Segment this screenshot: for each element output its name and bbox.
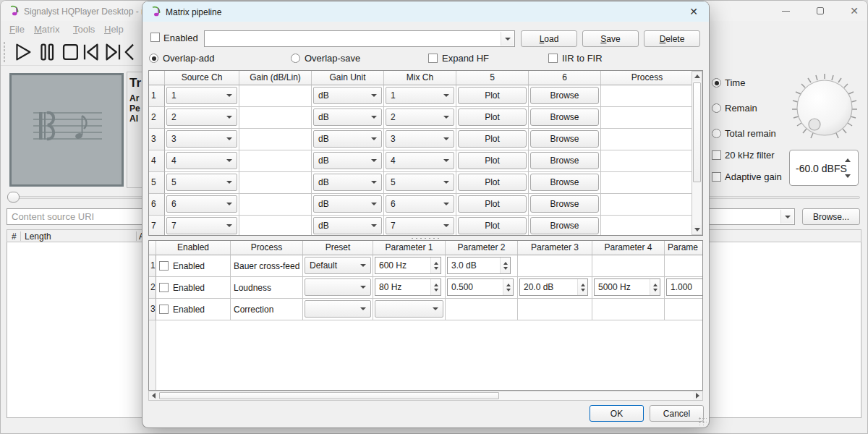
- hscroll-thumb[interactable]: [159, 392, 499, 399]
- param4-cell[interactable]: [592, 255, 665, 277]
- mix-ch-select[interactable]: 7: [386, 217, 454, 234]
- load-button[interactable]: Load: [521, 30, 577, 47]
- plot-button[interactable]: Plot: [458, 195, 527, 213]
- process-cell[interactable]: Bauer cross-feed: [231, 255, 303, 277]
- radio-time[interactable]: [712, 78, 721, 88]
- checkbox-adaptive-gain[interactable]: [712, 172, 721, 182]
- source-ch-select[interactable]: 6: [166, 195, 237, 213]
- col-header[interactable]: [149, 241, 156, 255]
- spin-arrows[interactable]: [650, 279, 660, 295]
- checkbox-expand-hf[interactable]: [428, 54, 438, 63]
- scroll-down-button[interactable]: [692, 225, 702, 234]
- toolbar-grip[interactable]: [3, 41, 6, 63]
- ok-button[interactable]: OK: [590, 405, 644, 422]
- process-cell[interactable]: Correction: [231, 299, 303, 320]
- splitter-handle[interactable]: [410, 237, 439, 239]
- process-cell[interactable]: [601, 85, 693, 107]
- param1-spinner[interactable]: 80 Hz: [375, 278, 441, 296]
- radio-overlap-save[interactable]: [291, 54, 300, 63]
- gain-unit-select[interactable]: dB: [313, 109, 382, 126]
- spin-arrows[interactable]: [500, 258, 510, 273]
- playlist-col-number[interactable]: #: [12, 231, 17, 242]
- param5-cell[interactable]: [665, 299, 703, 320]
- plot-button[interactable]: Plot: [458, 217, 527, 234]
- preset-select[interactable]: [305, 300, 371, 318]
- spin-arrows[interactable]: [577, 279, 587, 295]
- process-cell[interactable]: [601, 194, 693, 216]
- param4-cell[interactable]: [592, 299, 665, 320]
- col-header-param2[interactable]: Parameter 2: [446, 241, 518, 255]
- param3-cell[interactable]: [518, 255, 592, 277]
- cancel-button[interactable]: Cancel: [650, 405, 704, 422]
- gain-unit-select[interactable]: dB: [313, 152, 382, 169]
- spin-arrows[interactable]: [503, 279, 513, 295]
- play-button[interactable]: [11, 40, 34, 64]
- col-header-process[interactable]: Process: [231, 241, 303, 255]
- volume-down-button[interactable]: [845, 174, 851, 178]
- process-cell[interactable]: [601, 129, 693, 150]
- param1-select[interactable]: [375, 300, 443, 318]
- gain-unit-select[interactable]: dB: [313, 87, 382, 104]
- vscroll-thumb[interactable]: [693, 82, 701, 182]
- gain-cell[interactable]: [239, 85, 312, 107]
- row-number[interactable]: 3: [149, 299, 156, 320]
- plot-button[interactable]: Plot: [458, 152, 527, 169]
- delete-button[interactable]: Delete: [644, 30, 700, 47]
- gain-cell[interactable]: [239, 194, 312, 216]
- gain-unit-select[interactable]: dB: [313, 195, 382, 213]
- source-ch-select[interactable]: 1: [166, 87, 237, 104]
- matrix-vscrollbar[interactable]: [692, 71, 702, 235]
- stage-enabled-checkbox[interactable]: [159, 305, 169, 314]
- row-number[interactable]: 6: [149, 194, 165, 216]
- col-header-process[interactable]: Process: [601, 71, 693, 85]
- radio-remain[interactable]: [712, 103, 721, 113]
- mix-ch-select[interactable]: 5: [386, 174, 454, 191]
- param2-spinner[interactable]: 3.0 dB: [447, 257, 511, 274]
- gain-unit-select[interactable]: dB: [313, 217, 382, 234]
- spin-arrows[interactable]: [430, 258, 441, 273]
- param4-spinner[interactable]: 5000 Hz: [594, 278, 660, 296]
- dialog-close-button[interactable]: ✕: [683, 4, 705, 19]
- gain-cell[interactable]: [239, 216, 312, 236]
- radio-total-remain[interactable]: [712, 129, 721, 138]
- browse-button[interactable]: Browse: [530, 130, 599, 148]
- volume-knob[interactable]: [788, 71, 861, 145]
- param5-cell[interactable]: [665, 255, 703, 277]
- gain-cell[interactable]: [239, 129, 312, 150]
- stage-enabled-checkbox[interactable]: [159, 261, 169, 271]
- param5-spinner[interactable]: 1.000: [666, 278, 703, 296]
- col-header[interactable]: [149, 71, 165, 85]
- browse-uri-button[interactable]: Browse...: [802, 208, 860, 225]
- source-ch-select[interactable]: 2: [166, 109, 237, 126]
- close-button[interactable]: ✕: [838, 1, 868, 21]
- plot-button[interactable]: Plot: [458, 174, 527, 191]
- param3-spinner[interactable]: 20.0 dB: [519, 278, 588, 296]
- volume-up-button[interactable]: [845, 158, 851, 162]
- col-header-param1[interactable]: Parameter 1: [373, 241, 446, 255]
- menu-help[interactable]: Help: [101, 23, 127, 36]
- row-number[interactable]: 2: [149, 277, 156, 299]
- save-button[interactable]: Save: [582, 30, 639, 47]
- preset-select[interactable]: Default: [305, 257, 371, 274]
- gain-cell[interactable]: [239, 107, 312, 129]
- scroll-up-button[interactable]: [692, 72, 702, 81]
- process-cell[interactable]: [601, 107, 693, 129]
- plot-button[interactable]: Plot: [458, 130, 527, 148]
- row-number[interactable]: 1: [149, 255, 156, 277]
- plot-button[interactable]: Plot: [458, 87, 527, 104]
- pipeline-enabled-checkbox[interactable]: [150, 33, 160, 42]
- column-divider[interactable]: [20, 231, 21, 241]
- process-cell[interactable]: [601, 172, 693, 194]
- param1-spinner[interactable]: 600 Hz: [375, 257, 441, 274]
- previous-button[interactable]: [79, 40, 102, 64]
- pipeline-hscrollbar[interactable]: [148, 391, 703, 401]
- process-cell[interactable]: [601, 150, 693, 172]
- col-header-mix-ch[interactable]: Mix Ch: [384, 71, 456, 85]
- col-header-param4[interactable]: Parameter 4: [592, 241, 665, 255]
- source-ch-select[interactable]: 4: [166, 152, 237, 169]
- column-divider[interactable]: [136, 231, 137, 241]
- row-number[interactable]: 2: [149, 107, 165, 129]
- browse-button[interactable]: Browse: [530, 217, 599, 234]
- gain-cell[interactable]: [239, 172, 312, 194]
- col-header-gain[interactable]: Gain (dB/Lin): [239, 71, 312, 85]
